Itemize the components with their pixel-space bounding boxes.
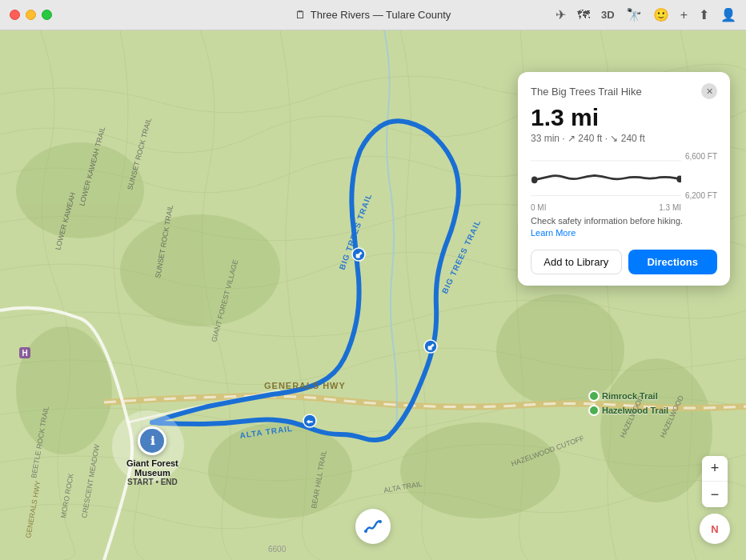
svg-point-3 [16,326,112,454]
map-container[interactable]: ↙ ↙ ← BIG TREES TRAIL BIG TREES TRAIL AL… [0,30,746,560]
svg-point-5 [496,294,624,406]
elevation-chart-area [531,152,681,200]
elevation-labels-right: 6,600 FT 6,200 FT [685,152,717,200]
elevation-high-label: 6,600 FT [685,152,717,161]
info-card-title: The Big Trees Trail Hike [531,86,642,98]
svg-point-39 [531,177,538,184]
add-to-library-button[interactable]: Add to Library [531,250,622,274]
compass-button[interactable]: N [700,514,730,544]
directions-button[interactable]: Directions [628,250,718,274]
svg-text:↙: ↙ [427,342,434,351]
threed-button[interactable]: 3D [601,9,615,21]
dist-labels: 0 MI 1.3 MI [531,203,717,212]
museum-label: Giant ForestMuseum [126,458,178,478]
route-icon-button[interactable] [355,509,391,544]
smiley-icon[interactable]: 🙂 [653,7,669,22]
svg-point-4 [208,422,352,518]
svg-point-41 [364,530,367,533]
hazelwood-dot [588,405,600,416]
museum-dot: ℹ [138,426,166,455]
info-distance: 1.3 mi [531,106,717,130]
info-card-header: The Big Trees Trail Hike ✕ [531,83,717,99]
compass-label: N [711,523,718,535]
map-controls: + − N [700,456,730,544]
traffic-lights [10,10,52,20]
zoom-controls: + − [702,456,728,507]
account-icon[interactable]: 👤 [720,7,736,22]
title-bar-icons: ✈ 🗺 3D 🔭 🙂 + ⬆ 👤 [555,7,736,22]
close-button[interactable] [10,10,20,20]
rimrock-dot [588,390,600,402]
dist-end: 1.3 MI [659,203,681,212]
rimrock-label: Rimrock Trail [602,391,658,401]
zoom-out-button[interactable]: − [702,482,728,507]
maximize-button[interactable] [42,10,52,20]
minimize-button[interactable] [26,10,36,20]
add-icon[interactable]: + [680,8,688,22]
svg-point-42 [379,520,382,523]
learn-more-link[interactable]: Learn More [531,228,576,238]
safety-text: Check safety information before hiking. … [531,215,717,240]
info-card: The Big Trees Trail Hike ✕ 1.3 mi 33 min… [518,72,730,286]
window-title: Three Rivers — Tulare County [311,9,451,21]
svg-text:←: ← [306,417,314,426]
rimrock-trail-marker[interactable]: Rimrock Trail [588,390,658,402]
svg-text:GENERALS HWY: GENERALS HWY [264,381,346,390]
map-icon[interactable]: 🗺 [577,8,590,22]
elevation-chart: 6,600 FT 6,200 FT [531,152,717,200]
svg-point-7 [400,422,560,518]
hazelwood-label: Hazelwood Trail [602,406,668,415]
share-icon[interactable]: ⬆ [699,7,709,22]
museum-sublabel: START • END [127,478,178,486]
dist-start: 0 MI [531,203,546,212]
binoculars-icon[interactable]: 🔭 [626,7,642,22]
directions-icon[interactable]: ✈ [555,7,566,22]
title-bar: 🗒 Three Rivers — Tulare County ✈ 🗺 3D 🔭 … [0,0,746,30]
svg-point-6 [600,358,712,502]
document-icon: 🗒 [295,9,306,21]
svg-text:H: H [22,349,27,358]
close-card-button[interactable]: ✕ [701,83,717,99]
svg-point-2 [120,214,280,326]
card-buttons: Add to Library Directions [531,250,717,274]
hazelwood-trail-marker[interactable]: Hazelwood Trail [588,405,668,416]
info-meta: 33 min · ↗ 240 ft · ↘ 240 ft [531,133,717,144]
zoom-in-button[interactable]: + [702,456,728,482]
svg-point-40 [676,175,681,182]
svg-text:↙: ↙ [355,250,362,259]
svg-point-1 [16,142,144,238]
svg-text:6600: 6600 [268,545,287,554]
title-bar-center: 🗒 Three Rivers — Tulare County [295,9,451,21]
museum-marker[interactable]: ℹ Giant ForestMuseum START • END [126,426,178,486]
elevation-low-label: 6,200 FT [685,191,717,200]
